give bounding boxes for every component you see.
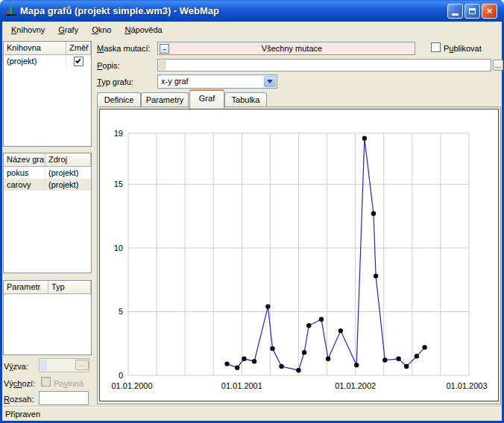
menu-napoveda[interactable]: Nápověda bbox=[118, 23, 168, 36]
rozsah-field[interactable] bbox=[39, 391, 89, 405]
library-list: KnihovnaZměř (projekt) bbox=[3, 41, 92, 147]
table-cell: carovy bbox=[4, 179, 45, 191]
table-row[interactable]: carovy(projekt) bbox=[4, 179, 91, 191]
library-list-body: (projekt) bbox=[4, 55, 91, 67]
collapse-minus-button[interactable]: - bbox=[160, 44, 169, 54]
xy-chart: 0510151901.01.200001.01.200101.01.200201… bbox=[100, 109, 498, 401]
popis-field-grip bbox=[159, 60, 166, 70]
popis-field[interactable] bbox=[157, 59, 491, 71]
menu-bar: KnihovnyGrafyOknoNápověda bbox=[2, 22, 502, 38]
menu-grafy[interactable]: Grafy bbox=[51, 23, 85, 36]
table-cell: (projekt) bbox=[4, 55, 66, 67]
row-checkbox[interactable] bbox=[74, 57, 84, 66]
vychozi-label: Výchozí: bbox=[4, 379, 35, 388]
chart-panel: 0510151901.01.200001.01.200101.01.200201… bbox=[99, 109, 499, 401]
tab-graf[interactable]: Graf bbox=[189, 89, 224, 109]
column-header[interactable]: Typ bbox=[48, 281, 91, 294]
minimize-button[interactable] bbox=[447, 4, 463, 19]
app-icon bbox=[5, 4, 17, 16]
graphs-list-body: pokus(projekt)carovy(projekt) bbox=[4, 167, 91, 191]
column-header[interactable]: Zdroj bbox=[45, 153, 91, 167]
vychozi-checkbox[interactable] bbox=[41, 377, 51, 387]
maska-value: Všechny mutace bbox=[169, 44, 415, 53]
app-window: Mapa grafů (projekt simple.wm3) - WebMap… bbox=[0, 0, 504, 423]
minimize-icon bbox=[452, 13, 459, 16]
svg-text:10: 10 bbox=[114, 244, 123, 252]
maximize-button[interactable] bbox=[464, 4, 480, 19]
table-cell: pokus bbox=[4, 167, 45, 179]
graphs-list-header: Název graZdroj bbox=[4, 153, 91, 167]
chevron-down-icon bbox=[267, 80, 273, 83]
maska-field[interactable]: - Všechny mutace bbox=[157, 42, 415, 55]
close-button[interactable]: × bbox=[482, 4, 497, 19]
graphs-list: Název graZdroj pokus(projekt)carovy(proj… bbox=[3, 153, 92, 273]
column-header[interactable]: Změř bbox=[66, 42, 91, 55]
status-bar: Připraven bbox=[2, 406, 502, 421]
publikovat-label: Publikovat bbox=[444, 44, 482, 53]
svg-text:5: 5 bbox=[119, 307, 123, 316]
parameters-list-header: ParametrTyp bbox=[4, 281, 91, 294]
window-title: Mapa grafů (projekt simple.wm3) - WebMap bbox=[20, 0, 219, 22]
svg-text:01.01.2002: 01.01.2002 bbox=[335, 381, 376, 390]
table-cell: (projekt) bbox=[45, 179, 91, 191]
column-header[interactable]: Knihovna bbox=[4, 42, 66, 55]
tab-tabulka[interactable]: Tabulka bbox=[224, 92, 267, 107]
table-row[interactable]: (projekt) bbox=[4, 55, 91, 67]
parameters-list: ParametrTyp bbox=[3, 280, 92, 355]
maximize-icon bbox=[469, 8, 476, 14]
typ-grafu-value: x-y graf bbox=[161, 77, 189, 86]
table-cell: (projekt) bbox=[45, 167, 91, 179]
svg-text:01.01.2003: 01.01.2003 bbox=[446, 381, 487, 390]
status-text: Připraven bbox=[5, 410, 40, 419]
column-header[interactable]: Parametr bbox=[4, 281, 48, 294]
svg-text:01.01.2001: 01.01.2001 bbox=[221, 381, 262, 390]
tab-parametry[interactable]: Parametry bbox=[141, 92, 189, 107]
title-bar: Mapa grafů (projekt simple.wm3) - WebMap… bbox=[0, 0, 504, 22]
table-cell bbox=[66, 55, 91, 67]
popis-label: Popis: bbox=[97, 61, 120, 70]
rozsah-label: Rozsah: bbox=[4, 395, 34, 404]
menu-okno[interactable]: Okno bbox=[85, 23, 118, 36]
typ-grafu-dropdown-button[interactable] bbox=[264, 76, 276, 87]
table-row[interactable]: pokus(projekt) bbox=[4, 167, 91, 179]
povinna-label: Povinná bbox=[54, 379, 84, 388]
column-header[interactable]: Název gra bbox=[4, 153, 45, 167]
svg-text:15: 15 bbox=[114, 179, 123, 188]
publikovat-checkbox[interactable] bbox=[431, 42, 441, 52]
menu-knihovny[interactable]: Knihovny bbox=[4, 23, 51, 36]
vyzva-more-button[interactable]: ... bbox=[75, 360, 89, 370]
svg-text:0: 0 bbox=[119, 371, 123, 380]
graf-tab-panel: 0510151901.01.200001.01.200101.01.200201… bbox=[97, 106, 501, 404]
vyzva-field-grip bbox=[40, 360, 47, 371]
vyzva-label: Výzva: bbox=[4, 362, 28, 371]
tab-definice[interactable]: Definice bbox=[97, 92, 141, 107]
maska-label: Maska mutací: bbox=[97, 44, 151, 53]
popis-more-button[interactable]: ... bbox=[493, 60, 503, 71]
library-list-header: KnihovnaZměř bbox=[4, 42, 91, 55]
typ-grafu-combobox[interactable]: x-y graf bbox=[157, 74, 277, 89]
typ-grafu-label: Typ grafu: bbox=[97, 77, 133, 86]
svg-text:01.01.2000: 01.01.2000 bbox=[111, 381, 152, 390]
close-icon: × bbox=[487, 4, 493, 18]
check-icon bbox=[75, 57, 81, 63]
svg-text:19: 19 bbox=[114, 129, 123, 138]
